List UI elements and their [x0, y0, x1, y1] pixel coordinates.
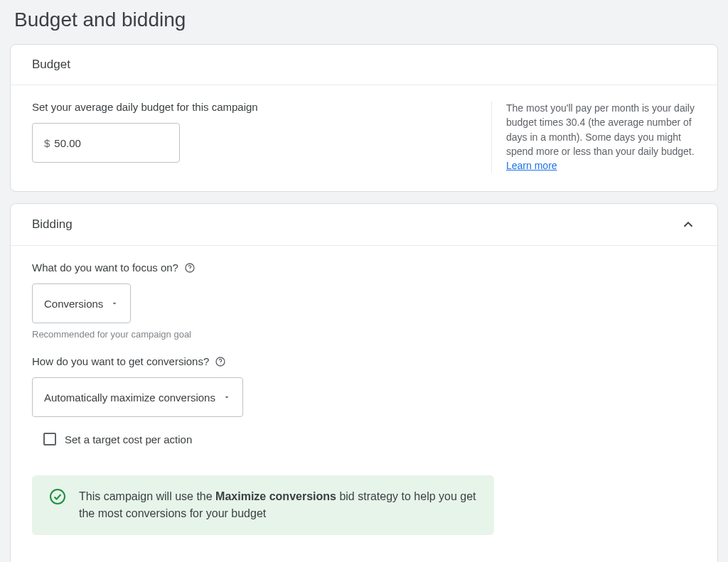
- target-cpa-label: Set a target cost per action: [65, 433, 192, 445]
- help-icon[interactable]: [215, 356, 226, 367]
- how-select[interactable]: Automatically maximize conversions: [32, 377, 243, 417]
- strategy-info-text: This campaign will use the Maximize conv…: [79, 488, 477, 522]
- budget-help-text-body: The most you'll pay per month is your da…: [506, 102, 695, 157]
- strategy-info-banner: This campaign will use the Maximize conv…: [32, 475, 494, 535]
- budget-card: Budget Set your average daily budget for…: [10, 44, 718, 192]
- chevron-up-icon[interactable]: [680, 217, 696, 232]
- svg-point-4: [50, 490, 65, 504]
- focus-select[interactable]: Conversions: [32, 283, 131, 323]
- check-circle-icon: [49, 488, 66, 508]
- budget-card-title: Budget: [32, 58, 70, 72]
- svg-point-3: [220, 364, 221, 364]
- svg-point-1: [189, 270, 190, 271]
- focus-helper-text: Recommended for your campaign goal: [32, 329, 675, 340]
- how-select-value: Automatically maximize conversions: [44, 391, 215, 404]
- focus-select-value: Conversions: [44, 298, 103, 310]
- page-title: Budget and bidding: [14, 9, 718, 31]
- budget-input[interactable]: [54, 137, 168, 149]
- budget-label: Set your average daily budget for this c…: [32, 101, 470, 113]
- focus-label-text: What do you want to focus on?: [32, 261, 178, 274]
- target-cpa-checkbox-row[interactable]: Set a target cost per action: [43, 433, 675, 445]
- how-label: How do you want to get conversions?: [32, 355, 675, 367]
- banner-bold: Maximize conversions: [215, 490, 336, 502]
- bidding-card-header[interactable]: Bidding: [11, 204, 717, 246]
- bidding-card: Bidding What do you want to focus on? Co…: [10, 203, 718, 562]
- currency-symbol: $: [44, 137, 50, 149]
- budget-card-header: Budget: [11, 45, 717, 85]
- caret-down-icon: [223, 393, 231, 401]
- how-label-text: How do you want to get conversions?: [32, 355, 209, 367]
- caret-down-icon: [110, 299, 119, 308]
- bidding-card-title: Bidding: [32, 217, 73, 232]
- banner-prefix: This campaign will use the: [79, 490, 215, 502]
- help-icon[interactable]: [184, 262, 196, 274]
- learn-more-link[interactable]: Learn more: [506, 160, 557, 171]
- target-cpa-checkbox[interactable]: [43, 433, 56, 445]
- budget-input-wrapper[interactable]: $: [32, 123, 180, 163]
- focus-label: What do you want to focus on?: [32, 261, 675, 274]
- budget-help-text: The most you'll pay per month is your da…: [491, 101, 696, 173]
